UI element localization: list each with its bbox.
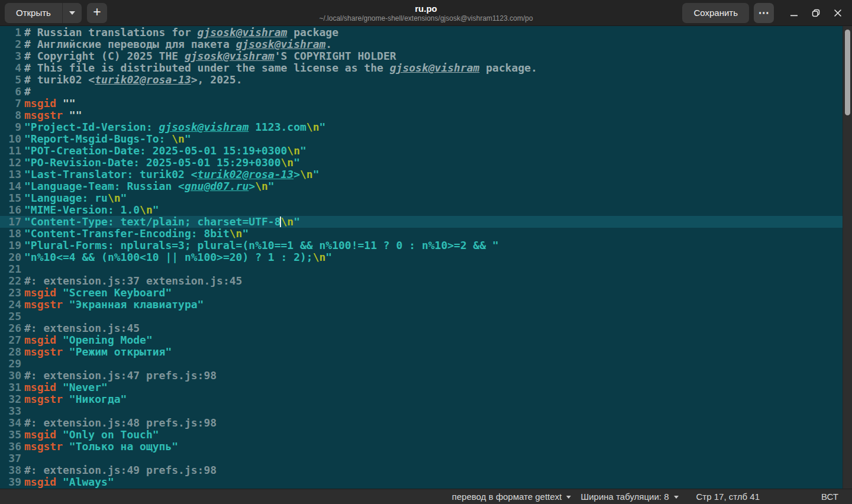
- line-number: 6: [0, 86, 21, 98]
- line-number: 29: [0, 358, 21, 370]
- code-text: msgstr "": [24, 109, 82, 121]
- line-number: 23: [0, 287, 21, 299]
- plus-icon: +: [93, 5, 101, 19]
- statusbar: перевод в формате gettext Ширина табуляц…: [0, 489, 852, 504]
- code-view[interactable]: 1# Russian translations for gjsosk@vishr…: [0, 27, 843, 488]
- new-tab-button[interactable]: +: [87, 3, 107, 23]
- window-controls: [787, 6, 845, 20]
- code-text: "n%10<=4 && (n%100<10 || n%100>=20) ? 1 …: [24, 251, 332, 263]
- code-line[interactable]: 29: [0, 358, 843, 370]
- code-line[interactable]: 35msgid "Only on Touch": [0, 429, 843, 441]
- main-menu-button[interactable]: ⋯: [754, 3, 774, 23]
- code-line[interactable]: 31msgid "Never": [0, 382, 843, 393]
- code-line[interactable]: 34#: extension.js:48 prefs.js:98: [0, 417, 843, 429]
- code-line[interactable]: 6#: [0, 86, 843, 98]
- line-number: 31: [0, 382, 21, 393]
- email-link[interactable]: gjsosk@vishram: [185, 50, 275, 62]
- line-number: 28: [0, 346, 21, 358]
- code-line[interactable]: 21: [0, 263, 843, 275]
- code-text: #: extension.js:49 prefs.js:98: [24, 464, 217, 476]
- open-button-group: Открыть: [5, 3, 82, 23]
- code-text: "Plural-Forms: nplurals=3; plural=(n%10=…: [24, 240, 499, 251]
- line-number: 2: [0, 38, 21, 50]
- scrollbar-thumb[interactable]: [845, 30, 850, 115]
- code-line[interactable]: 37: [0, 453, 843, 464]
- code-text: "POT-Creation-Date: 2025-05-01 15:19+030…: [24, 145, 306, 157]
- code-text: "Content-Type: text/plain; charset=UTF-8…: [24, 216, 300, 228]
- code-line[interactable]: 20"n%10<=4 && (n%100<10 || n%100>=20) ? …: [0, 251, 843, 263]
- code-line[interactable]: 22#: extension.js:37 extension.js:45: [0, 275, 843, 287]
- code-line[interactable]: 24msgstr "Экранная клавиатура": [0, 299, 843, 311]
- line-number: 10: [0, 133, 21, 145]
- code-line[interactable]: 26#: extension.js:45: [0, 322, 843, 334]
- code-line[interactable]: 36msgstr "Только на ощупь": [0, 441, 843, 453]
- code-line[interactable]: 18"Content-Transfer-Encoding: 8bit\n": [0, 228, 843, 240]
- code-line[interactable]: 1# Russian translations for gjsosk@vishr…: [0, 27, 843, 38]
- code-line[interactable]: 15"Language: ru\n": [0, 192, 843, 204]
- line-number: 26: [0, 322, 21, 334]
- code-line[interactable]: 10"Report-Msgid-Bugs-To: \n": [0, 133, 843, 145]
- code-line[interactable]: 16"MIME-Version: 1.0\n": [0, 204, 843, 216]
- line-number: 38: [0, 464, 21, 476]
- code-line[interactable]: 8msgstr "": [0, 109, 843, 121]
- editor-area[interactable]: 1# Russian translations for gjsosk@vishr…: [0, 26, 852, 489]
- code-line[interactable]: 2# Английские переводы для пакета gjsosk…: [0, 38, 843, 50]
- syntax-label: перевод в формате gettext: [452, 492, 562, 502]
- code-line[interactable]: 25: [0, 311, 843, 322]
- email-link[interactable]: turik02@rosa-13: [95, 73, 191, 86]
- close-icon: [833, 8, 843, 18]
- email-link[interactable]: gnu@d07.ru: [185, 180, 248, 192]
- tab-width-selector[interactable]: Ширина табуляции: 8: [580, 492, 678, 502]
- cursor-position-indicator[interactable]: Стр 17, стлб 41: [696, 492, 760, 502]
- syntax-selector[interactable]: перевод в формате gettext: [452, 492, 572, 502]
- code-line[interactable]: 30#: extension.js:47 prefs.js:98: [0, 370, 843, 382]
- code-line[interactable]: 5# turik02 <turik02@rosa-13>, 2025.: [0, 74, 843, 86]
- code-line[interactable]: 39msgid "Always": [0, 476, 843, 488]
- code-text: "Content-Transfer-Encoding: 8bit\n": [24, 228, 248, 240]
- text-editor-window: Открыть + ru.po ~/.local/share/gnome-she…: [0, 0, 852, 504]
- code-line[interactable]: 3# Copyright (C) 2025 THE gjsosk@vishram…: [0, 50, 843, 62]
- code-line[interactable]: 11"POT-Creation-Date: 2025-05-01 15:19+0…: [0, 145, 843, 157]
- line-number: 1: [0, 27, 21, 38]
- code-line[interactable]: 9"Project-Id-Version: gjsosk@vishram 112…: [0, 121, 843, 133]
- code-text: msgid "Always": [24, 476, 114, 488]
- line-number: 3: [0, 50, 21, 62]
- code-line[interactable]: 27msgid "Opening Mode": [0, 334, 843, 346]
- code-text: "Language: ru\n": [24, 192, 127, 204]
- vertical-scrollbar[interactable]: [843, 26, 852, 489]
- code-line[interactable]: 4# This file is distributed under the sa…: [0, 62, 843, 74]
- email-link[interactable]: turik02@rosa-13: [198, 168, 294, 180]
- code-line[interactable]: 13"Last-Translator: turik02 <turik02@ros…: [0, 169, 843, 180]
- code-line[interactable]: 28msgstr "Режим открытия": [0, 346, 843, 358]
- chevron-down-icon: [566, 496, 571, 499]
- code-text: msgstr "Экранная клавиатура": [24, 299, 204, 311]
- minimize-button[interactable]: [787, 6, 801, 20]
- email-link[interactable]: gjsosk@vishram: [236, 38, 326, 50]
- email-link[interactable]: gjsosk@vishram: [198, 26, 288, 38]
- code-text: "Report-Msgid-Bugs-To: \n": [24, 133, 191, 145]
- line-number: 20: [0, 251, 21, 263]
- code-text: msgid "Never": [24, 382, 108, 393]
- line-number: 15: [0, 192, 21, 204]
- code-line[interactable]: 19"Plural-Forms: nplurals=3; plural=(n%1…: [0, 240, 843, 251]
- email-link[interactable]: gjsosk@vishram: [159, 121, 249, 133]
- code-line[interactable]: 32msgstr "Никогда": [0, 393, 843, 405]
- code-line[interactable]: 14"Language-Team: Russian <gnu@d07.ru>\n…: [0, 180, 843, 192]
- code-text: msgstr "Никогда": [24, 393, 127, 405]
- tab-width-label: Ширина табуляции: 8: [580, 492, 669, 502]
- code-line[interactable]: 23msgid "Screen Keyboard": [0, 287, 843, 299]
- code-text: "Last-Translator: turik02 <turik02@rosa-…: [24, 169, 320, 180]
- code-line[interactable]: 7msgid "": [0, 98, 843, 109]
- save-button[interactable]: Сохранить: [682, 3, 749, 23]
- close-button[interactable]: [831, 6, 845, 20]
- code-line[interactable]: 17"Content-Type: text/plain; charset=UTF…: [0, 216, 843, 228]
- code-line[interactable]: 38#: extension.js:49 prefs.js:98: [0, 464, 843, 476]
- code-line[interactable]: 12"PO-Revision-Date: 2025-05-01 15:29+03…: [0, 157, 843, 169]
- code-line[interactable]: 33: [0, 405, 843, 417]
- restore-button[interactable]: [809, 6, 823, 20]
- line-number: 36: [0, 441, 21, 453]
- open-dropdown-button[interactable]: [62, 3, 82, 23]
- line-number: 4: [0, 62, 21, 74]
- email-link[interactable]: gjsosk@vishram: [390, 62, 480, 74]
- open-button[interactable]: Открыть: [5, 3, 62, 23]
